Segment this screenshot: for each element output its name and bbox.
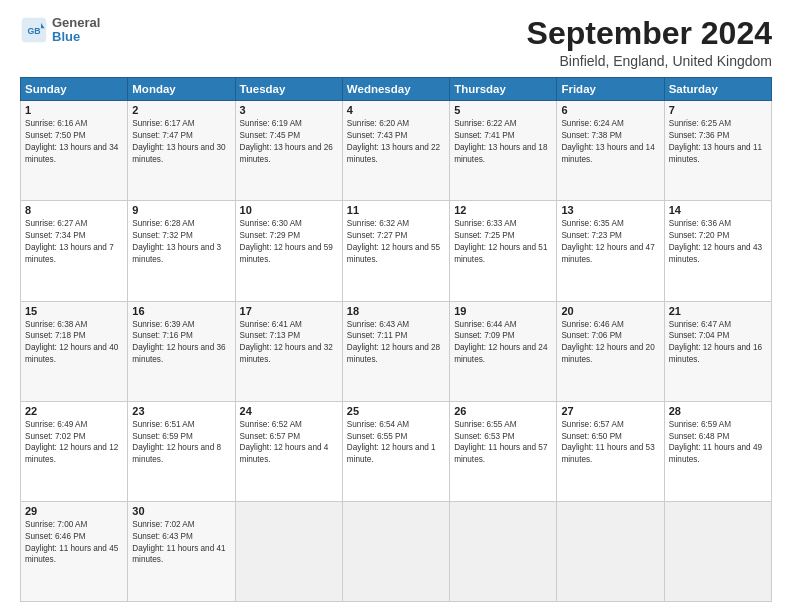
- day-number: 16: [132, 305, 230, 317]
- cell-info: Sunrise: 6:46 AMSunset: 7:06 PMDaylight:…: [561, 319, 659, 367]
- cell-info: Sunrise: 6:54 AMSunset: 6:55 PMDaylight:…: [347, 419, 445, 467]
- day-number: 10: [240, 204, 338, 216]
- day-number: 8: [25, 204, 123, 216]
- col-saturday: Saturday: [664, 78, 771, 101]
- table-row: [664, 501, 771, 601]
- cell-info: Sunrise: 6:57 AMSunset: 6:50 PMDaylight:…: [561, 419, 659, 467]
- calendar-week-row: 22Sunrise: 6:49 AMSunset: 7:02 PMDayligh…: [21, 401, 772, 501]
- day-number: 19: [454, 305, 552, 317]
- col-sunday: Sunday: [21, 78, 128, 101]
- cell-info: Sunrise: 6:24 AMSunset: 7:38 PMDaylight:…: [561, 118, 659, 166]
- day-number: 20: [561, 305, 659, 317]
- cell-info: Sunrise: 6:39 AMSunset: 7:16 PMDaylight:…: [132, 319, 230, 367]
- table-row: 9Sunrise: 6:28 AMSunset: 7:32 PMDaylight…: [128, 201, 235, 301]
- cell-info: Sunrise: 7:02 AMSunset: 6:43 PMDaylight:…: [132, 519, 230, 567]
- calendar-week-row: 15Sunrise: 6:38 AMSunset: 7:18 PMDayligh…: [21, 301, 772, 401]
- table-row: 5Sunrise: 6:22 AMSunset: 7:41 PMDaylight…: [450, 101, 557, 201]
- table-row: [450, 501, 557, 601]
- table-row: 10Sunrise: 6:30 AMSunset: 7:29 PMDayligh…: [235, 201, 342, 301]
- table-row: [342, 501, 449, 601]
- table-row: 29Sunrise: 7:00 AMSunset: 6:46 PMDayligh…: [21, 501, 128, 601]
- cell-info: Sunrise: 6:27 AMSunset: 7:34 PMDaylight:…: [25, 218, 123, 266]
- calendar-week-row: 29Sunrise: 7:00 AMSunset: 6:46 PMDayligh…: [21, 501, 772, 601]
- cell-info: Sunrise: 6:32 AMSunset: 7:27 PMDaylight:…: [347, 218, 445, 266]
- table-row: 16Sunrise: 6:39 AMSunset: 7:16 PMDayligh…: [128, 301, 235, 401]
- cell-info: Sunrise: 6:59 AMSunset: 6:48 PMDaylight:…: [669, 419, 767, 467]
- cell-info: Sunrise: 6:25 AMSunset: 7:36 PMDaylight:…: [669, 118, 767, 166]
- cell-info: Sunrise: 6:17 AMSunset: 7:47 PMDaylight:…: [132, 118, 230, 166]
- table-row: [557, 501, 664, 601]
- cell-info: Sunrise: 6:38 AMSunset: 7:18 PMDaylight:…: [25, 319, 123, 367]
- day-number: 4: [347, 104, 445, 116]
- cell-info: Sunrise: 6:30 AMSunset: 7:29 PMDaylight:…: [240, 218, 338, 266]
- day-number: 1: [25, 104, 123, 116]
- table-row: 3Sunrise: 6:19 AMSunset: 7:45 PMDaylight…: [235, 101, 342, 201]
- logo: GB General Blue: [20, 16, 100, 45]
- day-number: 9: [132, 204, 230, 216]
- table-row: 30Sunrise: 7:02 AMSunset: 6:43 PMDayligh…: [128, 501, 235, 601]
- table-row: 26Sunrise: 6:55 AMSunset: 6:53 PMDayligh…: [450, 401, 557, 501]
- table-row: 21Sunrise: 6:47 AMSunset: 7:04 PMDayligh…: [664, 301, 771, 401]
- table-row: 23Sunrise: 6:51 AMSunset: 6:59 PMDayligh…: [128, 401, 235, 501]
- table-row: 4Sunrise: 6:20 AMSunset: 7:43 PMDaylight…: [342, 101, 449, 201]
- table-row: 28Sunrise: 6:59 AMSunset: 6:48 PMDayligh…: [664, 401, 771, 501]
- day-number: 30: [132, 505, 230, 517]
- day-number: 21: [669, 305, 767, 317]
- cell-info: Sunrise: 6:44 AMSunset: 7:09 PMDaylight:…: [454, 319, 552, 367]
- cell-info: Sunrise: 6:43 AMSunset: 7:11 PMDaylight:…: [347, 319, 445, 367]
- day-number: 25: [347, 405, 445, 417]
- day-number: 3: [240, 104, 338, 116]
- table-row: 1Sunrise: 6:16 AMSunset: 7:50 PMDaylight…: [21, 101, 128, 201]
- col-friday: Friday: [557, 78, 664, 101]
- table-row: 15Sunrise: 6:38 AMSunset: 7:18 PMDayligh…: [21, 301, 128, 401]
- day-number: 22: [25, 405, 123, 417]
- cell-info: Sunrise: 6:36 AMSunset: 7:20 PMDaylight:…: [669, 218, 767, 266]
- table-row: 14Sunrise: 6:36 AMSunset: 7:20 PMDayligh…: [664, 201, 771, 301]
- day-number: 17: [240, 305, 338, 317]
- day-number: 14: [669, 204, 767, 216]
- day-number: 6: [561, 104, 659, 116]
- table-row: 20Sunrise: 6:46 AMSunset: 7:06 PMDayligh…: [557, 301, 664, 401]
- cell-info: Sunrise: 6:19 AMSunset: 7:45 PMDaylight:…: [240, 118, 338, 166]
- cell-info: Sunrise: 6:55 AMSunset: 6:53 PMDaylight:…: [454, 419, 552, 467]
- table-row: 24Sunrise: 6:52 AMSunset: 6:57 PMDayligh…: [235, 401, 342, 501]
- cell-info: Sunrise: 6:16 AMSunset: 7:50 PMDaylight:…: [25, 118, 123, 166]
- cell-info: Sunrise: 6:35 AMSunset: 7:23 PMDaylight:…: [561, 218, 659, 266]
- logo-text: General Blue: [52, 16, 100, 45]
- col-monday: Monday: [128, 78, 235, 101]
- day-number: 11: [347, 204, 445, 216]
- table-row: 22Sunrise: 6:49 AMSunset: 7:02 PMDayligh…: [21, 401, 128, 501]
- day-number: 13: [561, 204, 659, 216]
- day-number: 18: [347, 305, 445, 317]
- day-number: 5: [454, 104, 552, 116]
- col-thursday: Thursday: [450, 78, 557, 101]
- cell-info: Sunrise: 6:51 AMSunset: 6:59 PMDaylight:…: [132, 419, 230, 467]
- cell-info: Sunrise: 6:52 AMSunset: 6:57 PMDaylight:…: [240, 419, 338, 467]
- svg-text:GB: GB: [27, 26, 40, 36]
- table-row: 25Sunrise: 6:54 AMSunset: 6:55 PMDayligh…: [342, 401, 449, 501]
- location: Binfield, England, United Kingdom: [527, 53, 772, 69]
- day-number: 29: [25, 505, 123, 517]
- day-number: 24: [240, 405, 338, 417]
- cell-info: Sunrise: 6:33 AMSunset: 7:25 PMDaylight:…: [454, 218, 552, 266]
- day-number: 23: [132, 405, 230, 417]
- calendar: Sunday Monday Tuesday Wednesday Thursday…: [20, 77, 772, 602]
- table-row: 7Sunrise: 6:25 AMSunset: 7:36 PMDaylight…: [664, 101, 771, 201]
- day-number: 2: [132, 104, 230, 116]
- table-row: 12Sunrise: 6:33 AMSunset: 7:25 PMDayligh…: [450, 201, 557, 301]
- table-row: [235, 501, 342, 601]
- day-number: 15: [25, 305, 123, 317]
- cell-info: Sunrise: 6:20 AMSunset: 7:43 PMDaylight:…: [347, 118, 445, 166]
- table-row: 13Sunrise: 6:35 AMSunset: 7:23 PMDayligh…: [557, 201, 664, 301]
- table-row: 27Sunrise: 6:57 AMSunset: 6:50 PMDayligh…: [557, 401, 664, 501]
- table-row: 11Sunrise: 6:32 AMSunset: 7:27 PMDayligh…: [342, 201, 449, 301]
- table-row: 19Sunrise: 6:44 AMSunset: 7:09 PMDayligh…: [450, 301, 557, 401]
- day-number: 7: [669, 104, 767, 116]
- day-number: 27: [561, 405, 659, 417]
- month-title: September 2024: [527, 16, 772, 51]
- cell-info: Sunrise: 6:22 AMSunset: 7:41 PMDaylight:…: [454, 118, 552, 166]
- calendar-week-row: 8Sunrise: 6:27 AMSunset: 7:34 PMDaylight…: [21, 201, 772, 301]
- day-number: 28: [669, 405, 767, 417]
- calendar-week-row: 1Sunrise: 6:16 AMSunset: 7:50 PMDaylight…: [21, 101, 772, 201]
- table-row: 6Sunrise: 6:24 AMSunset: 7:38 PMDaylight…: [557, 101, 664, 201]
